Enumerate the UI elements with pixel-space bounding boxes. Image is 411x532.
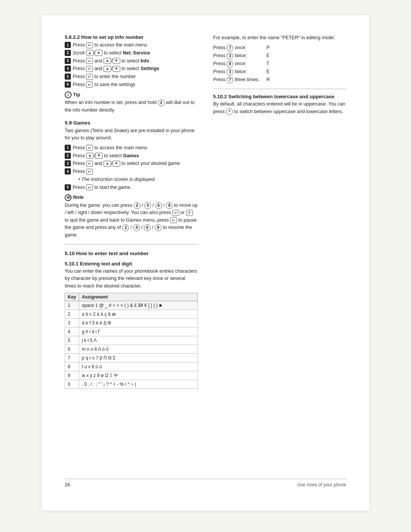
page: 5.8.2.2 How to set up info number 1 Pres…	[42, 15, 369, 510]
key-3: 3	[226, 53, 233, 59]
key-3b: 3	[226, 69, 233, 75]
menu-key: ↵	[86, 74, 93, 80]
divider-right	[213, 89, 346, 89]
nav-down-key: ▼	[95, 50, 102, 56]
section-5101-heading: 5.10.1 Entering text and digit	[65, 261, 198, 267]
menu-key: ↵	[86, 81, 93, 88]
games-step-3: 3 Press ↵ and ▲/▼ to select your desired…	[65, 160, 198, 167]
footer: 26 Use more of your phone	[65, 479, 346, 487]
step-text: Press ↵ and ▲/▼ to select Settings	[73, 65, 159, 72]
assign-cell: t u v 8 ù ü	[79, 363, 198, 371]
table-row: 0. 0 , / : ; " ' ¡ ? * + - % \ ^ ~ |	[65, 380, 198, 389]
step-text: Press ↵ and ▲/▼ to select Info	[73, 58, 149, 65]
assign-cell: w x y z 9 ø Ω Ξ Ψ	[79, 371, 198, 380]
step-text: Press ▲/▼ to select Games	[73, 152, 139, 160]
left-column: 5.8.2.2 How to set up info number 1 Pres…	[65, 34, 198, 467]
example-rows: Press 7 once: P Press 3 twice: E Press 8…	[213, 44, 346, 83]
menu-key: ↵	[86, 42, 93, 48]
press-row-1: Press 7 once: P	[213, 44, 346, 51]
assign-cell: g h i 4 i Γ	[79, 328, 198, 336]
press-value: T	[266, 60, 269, 67]
games-step-5: 5 Press ↵ to start the game.	[65, 184, 198, 191]
assign-cell: . 0 , / : ; " ' ¡ ? * + - % \ ^ ~ |	[79, 380, 198, 389]
key-8b: 8	[155, 224, 162, 231]
section-59-heading: 5.9 Games	[65, 120, 198, 126]
key-2b: 2	[122, 224, 129, 231]
nav-up-key: ▲	[104, 66, 111, 72]
step-num: 5	[65, 73, 71, 80]
games-step-1: 1 Press ↵ to access the main menu	[65, 144, 198, 152]
step-num: 2	[65, 50, 71, 56]
assign-cell: j k l 5 Λ	[79, 336, 198, 345]
table-row: 7p q r s 7 β Π Θ Σ	[65, 354, 198, 363]
left-key: ↩	[172, 210, 179, 216]
main-content: 5.8.2.2 How to set up info number 1 Pres…	[65, 34, 346, 467]
section-5822-steps: 1 Press ↵ to access the main menu 2 Scro…	[65, 42, 198, 88]
press-value: E	[266, 52, 269, 59]
hash-key: #	[186, 210, 193, 216]
step-2: 2 Scroll ▲/▼ to select Net. Service	[65, 50, 198, 57]
step-num: 3	[65, 58, 71, 64]
table-row: 8t u v 8 ù ü	[65, 363, 198, 371]
step-num: 3	[65, 160, 71, 166]
section-5822-title: 5.8.2.2 How to set up info number	[65, 34, 198, 40]
step-text: Press ↵ to save the settings	[73, 81, 135, 88]
tip-label: i Tip	[65, 91, 198, 99]
key-cell: 9	[65, 371, 79, 380]
example-intro: For example, to enter the name "PETER" i…	[213, 34, 346, 42]
step-text: Press ↵ and ▲/▼ to select your desired g…	[73, 160, 180, 167]
step-text: Press ↵ to access the main menu	[73, 42, 147, 49]
step-3: 3 Press ↵ and ▲/▼ to select Info	[65, 58, 198, 65]
section-5102-heading: 5.10.2 Switching between lowercase and u…	[213, 94, 346, 99]
key-cell: 6	[65, 345, 79, 354]
key-cell: 4	[65, 328, 79, 336]
press-value: R	[266, 76, 270, 83]
key-cell: 2	[65, 310, 79, 319]
menu-key: ↵	[86, 58, 93, 64]
assign-cell: space 1 @ _ # = < > ( ) & £ $¥ € [ ] { }…	[79, 301, 198, 310]
key-cell: 3	[65, 319, 79, 328]
table-row: 4g h i 4 i Γ	[65, 328, 198, 336]
key-6: 6	[155, 202, 162, 209]
step-text: Press ↵	[73, 168, 93, 175]
key-4b: 4	[133, 224, 140, 231]
nav-down-key: ▼	[113, 58, 120, 64]
tip-box: i Tip When an info number is set, press …	[65, 91, 198, 114]
table-row: 3d e f 3 é è Δ Φ	[65, 319, 198, 328]
step-text: Press ↵ to access the main menu	[73, 144, 147, 152]
note-icon: ⊜	[65, 194, 72, 201]
section-510: 5.10 How to enter text and number 5.10.1…	[65, 251, 198, 389]
step-text: Press ↵ to start the game.	[73, 184, 131, 191]
assign-cell: m n o 6 ñ ò ö	[79, 345, 198, 354]
step-text: Scroll ▲/▼ to select Net. Service	[73, 50, 150, 57]
assign-cell: a b c 2 à à ç â æ	[79, 310, 198, 319]
divider	[65, 244, 198, 244]
note-label: ⊜ Note	[65, 194, 198, 201]
press-row-4: Press 3 twice: E	[213, 68, 346, 75]
table-header-key: Key	[65, 293, 79, 301]
press-label: Press 3 twice:	[213, 68, 263, 75]
menu-key: ↵	[86, 184, 93, 190]
press-label: Press 7 once:	[213, 44, 263, 51]
step-num: 2	[65, 153, 71, 159]
key-7b: 7	[226, 77, 233, 83]
nav-down-key: ▼	[113, 66, 120, 72]
menu-key: ↵	[170, 217, 177, 223]
assign-cell: d e f 3 é è Δ Φ	[79, 319, 198, 328]
tip-icon: i	[65, 91, 72, 98]
tip-body: When an info number is set, press and ho…	[65, 99, 198, 114]
step-6: 6 Press ↵ to save the settings	[65, 81, 198, 88]
step-5: 5 Press ↵ to enter the number	[65, 73, 198, 80]
key-cell: 7	[65, 354, 79, 363]
key-cell: 5	[65, 336, 79, 345]
press-value: E	[266, 68, 269, 75]
step-text: Press ↵ to enter the number	[73, 73, 136, 80]
step-1: 1 Press ↵ to access the main menu	[65, 42, 198, 49]
menu-key: ↵	[86, 169, 93, 175]
section-5101-body: You can enter the names of your phoneboo…	[65, 268, 198, 290]
table-row: 1space 1 @ _ # = < > ( ) & £ $¥ € [ ] { …	[65, 301, 198, 310]
note-box: ⊜ Note During the game, you can press 2 …	[65, 194, 198, 239]
key-cell: 8	[65, 363, 79, 371]
right-column: For example, to enter the name "PETER" i…	[213, 34, 346, 467]
note-body: During the game, you can press 2 / 4 / 6…	[65, 202, 198, 239]
